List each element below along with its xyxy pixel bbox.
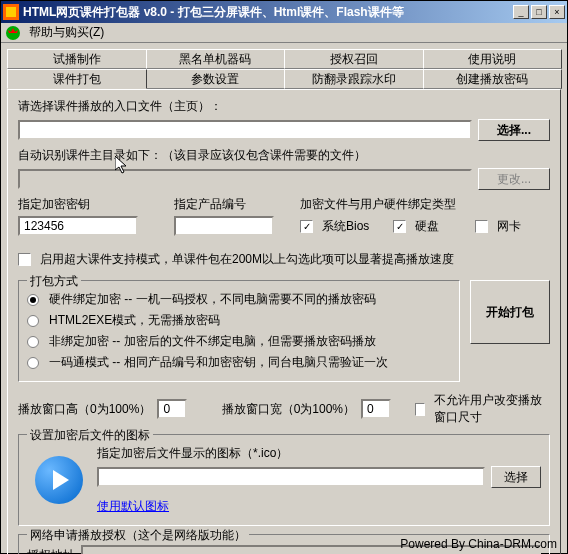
nic-checkbox[interactable] — [475, 220, 488, 233]
enc-key-label: 指定加密密钥 — [18, 196, 138, 213]
start-package-button[interactable]: 开始打包 — [470, 280, 550, 344]
icon-label: 指定加密后文件显示的图标（*.ico） — [97, 445, 541, 462]
auto-dir-label: 自动识别课件主目录如下：（该目录应该仅包含课件需要的文件） — [18, 147, 550, 164]
opt4-label: 一码通模式 -- 相同产品编号和加密密钥，同台电脑只需验证一次 — [49, 354, 388, 371]
tab-recall[interactable]: 授权召回 — [284, 49, 424, 69]
default-icon-link[interactable]: 使用默认图标 — [97, 499, 169, 513]
tab-instructions[interactable]: 使用说明 — [423, 49, 563, 69]
bios-label: 系统Bios — [322, 218, 369, 235]
opt3-label: 非绑定加密 -- 加密后的文件不绑定电脑，但需要播放密码播放 — [49, 333, 376, 350]
radio-hw-bind[interactable] — [27, 294, 39, 306]
win-height-label: 播放窗口高（0为100%） — [18, 401, 151, 418]
win-width-label: 播放窗口宽（0为100%） — [222, 401, 355, 418]
entry-file-input[interactable] — [18, 120, 472, 140]
radio-html2exe[interactable] — [27, 315, 39, 327]
tab-params[interactable]: 参数设置 — [146, 69, 286, 89]
icon-group-title: 设置加密后文件的图标 — [27, 427, 153, 444]
pack-mode-group: 打包方式 硬件绑定加密 -- 一机一码授权，不同电脑需要不同的播放密码 HTML… — [18, 280, 460, 382]
select-entry-button[interactable]: 选择... — [478, 119, 550, 141]
large-mode-label: 启用超大课件支持模式，单课件包在200M以上勾选此项可以显著提高播放速度 — [40, 251, 454, 268]
change-dir-button[interactable]: 更改... — [478, 168, 550, 190]
hdd-checkbox[interactable]: ✓ — [393, 220, 406, 233]
nic-label: 网卡 — [497, 218, 521, 235]
tab-package[interactable]: 课件打包 — [7, 69, 147, 89]
svg-rect-1 — [6, 7, 16, 17]
play-icon — [35, 456, 83, 504]
radio-onecode[interactable] — [27, 357, 39, 369]
titlebar: HTML网页课件打包器 v8.0 - 打包三分屏课件、Html课件、Flash课… — [1, 1, 567, 23]
tab-trial[interactable]: 试播制作 — [7, 49, 147, 69]
menu-help[interactable]: 帮助与购买(Z) — [23, 22, 110, 43]
window-title: HTML网页课件打包器 v8.0 - 打包三分屏课件、Html课件、Flash课… — [23, 4, 513, 21]
auto-dir-input — [18, 169, 472, 189]
bios-checkbox[interactable]: ✓ — [300, 220, 313, 233]
select-icon-button[interactable]: 选择 — [491, 466, 541, 488]
net-auth-title: 网络申请播放授权（这个是网络版功能） — [27, 527, 249, 544]
icon-group: 设置加密后文件的图标 指定加密后文件显示的图标（*.ico） 选择 使用默认图标 — [18, 434, 550, 526]
enc-key-input[interactable] — [18, 216, 138, 236]
pack-mode-title: 打包方式 — [27, 273, 81, 290]
close-button[interactable]: × — [549, 5, 565, 19]
help-icon — [5, 25, 21, 41]
maximize-button[interactable]: □ — [531, 5, 547, 19]
win-width-input[interactable] — [361, 399, 391, 419]
win-height-input[interactable] — [157, 399, 187, 419]
icon-path-input[interactable] — [97, 467, 485, 487]
footer-text: Powered By China-DRM.com — [400, 535, 557, 553]
tab-createpass[interactable]: 创建播放密码 — [423, 69, 563, 89]
large-mode-checkbox[interactable] — [18, 253, 31, 266]
hdd-label: 硬盘 — [415, 218, 439, 235]
tab-watermark[interactable]: 防翻录跟踪水印 — [284, 69, 424, 89]
opt1-label: 硬件绑定加密 -- 一机一码授权，不同电脑需要不同的播放密码 — [49, 291, 376, 308]
lock-size-label: 不允许用户改变播放窗口尺寸 — [434, 392, 550, 426]
lock-size-checkbox[interactable] — [415, 403, 425, 416]
app-icon — [3, 4, 19, 20]
radio-nobind[interactable] — [27, 336, 39, 348]
entry-file-label: 请选择课件播放的入口文件（主页）： — [18, 98, 550, 115]
prod-id-label: 指定产品编号 — [174, 196, 274, 213]
tab-blacklist[interactable]: 黑名单机器码 — [146, 49, 286, 69]
minimize-button[interactable]: _ — [513, 5, 529, 19]
bind-type-label: 加密文件与用户硬件绑定类型 — [300, 196, 550, 213]
menubar: 帮助与购买(Z) — [1, 23, 567, 43]
opt2-label: HTML2EXE模式，无需播放密码 — [49, 312, 220, 329]
prod-id-input[interactable] — [174, 216, 274, 236]
auth-url-label: 授权地址 — [27, 547, 75, 555]
